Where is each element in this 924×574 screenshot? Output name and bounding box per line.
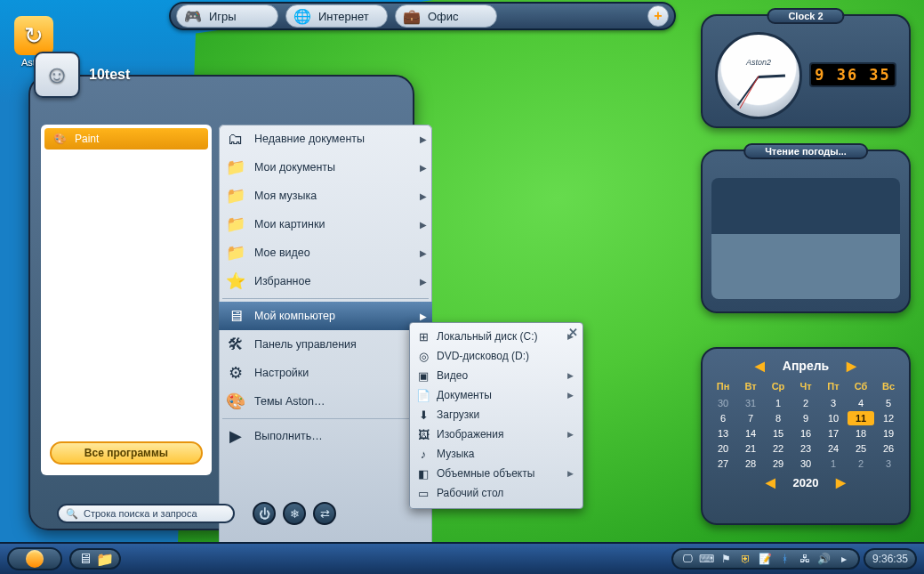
calendar-day[interactable]: 18 (848, 426, 874, 441)
clock-widget[interactable]: Clock 2 Aston2 9 36 35 (701, 14, 911, 128)
calendar-day[interactable]: 4 (848, 396, 874, 410)
calendar-day[interactable]: 23 (792, 441, 819, 456)
hour-hand (759, 74, 785, 78)
network-icon[interactable]: 🖧 (798, 552, 812, 566)
analog-clock: Aston2 (715, 32, 802, 119)
place-themes[interactable]: 🎨 Темы Aston… (219, 387, 432, 416)
submenu-item[interactable]: ▣Видео▶ (410, 366, 583, 385)
calendar-day[interactable]: 16 (792, 426, 819, 441)
note-icon[interactable]: 📝 (759, 552, 773, 566)
start-button[interactable] (7, 547, 62, 570)
launcher-games[interactable]: 🎮 Игры (176, 4, 278, 28)
calendar-grid: ПнВтСрЧтПтСбВс30311234567891011121314151… (703, 377, 909, 471)
bluetooth-icon[interactable]: ᚼ (778, 552, 792, 566)
chevron-right-icon: ▶ (567, 391, 574, 400)
calendar-day[interactable]: 29 (765, 457, 791, 471)
taskbar: 🖥 📁 🖵 ⌨ ⚑ ⛨ 📝 ᚼ 🖧 🔊 ▸ 9:36:35 (0, 542, 924, 574)
start-menu-search-input[interactable]: 🔍 Строка поиска и запроса (57, 504, 235, 523)
calendar-day[interactable]: 12 (875, 411, 902, 425)
flag-icon[interactable]: ⚑ (719, 552, 734, 566)
place-favorites[interactable]: ⭐ Избранное ▶ (219, 267, 432, 295)
calendar-day[interactable]: 1 (820, 457, 847, 471)
calendar-day[interactable]: 28 (737, 457, 764, 471)
next-month-button[interactable]: ▶ (847, 359, 856, 373)
calendar-day[interactable]: 31 (737, 396, 764, 410)
pinned-paint[interactable]: 🎨 Paint (44, 128, 208, 150)
calendar-widget[interactable]: ◀ Апрель ▶ ПнВтСрЧтПтСбВс303112345678910… (701, 347, 911, 525)
taskbar-clock[interactable]: 9:36:35 (864, 548, 917, 570)
place-run[interactable]: ▶ Выполнить… (219, 422, 432, 450)
next-year-button[interactable]: ▶ (836, 475, 846, 489)
calendar-day[interactable]: 2 (792, 396, 819, 410)
logoff-button[interactable]: ⇄ (313, 502, 336, 525)
launcher-office[interactable]: 💼 Офис (395, 4, 497, 28)
calendar-day[interactable]: 20 (710, 441, 736, 456)
folder-video-icon: 📁 (224, 241, 247, 264)
place-control-panel[interactable]: 🛠 Панель управления ▶ (219, 330, 432, 359)
submenu-item[interactable]: ⊞Локальный диск (C:)▶ (410, 327, 583, 346)
submenu-item[interactable]: ◎DVD-дисковод (D:) (410, 346, 583, 366)
place-my-pictures[interactable]: 📁 Мои картинки ▶ (219, 210, 432, 238)
calendar-day[interactable]: 30 (710, 396, 736, 410)
power-button[interactable]: ⏻ (253, 502, 276, 525)
calendar-day[interactable]: 14 (737, 426, 764, 441)
launcher-internet[interactable]: 🌐 Интернет (285, 4, 388, 28)
monitor-icon[interactable]: 🖵 (680, 552, 695, 566)
prev-year-button[interactable]: ◀ (766, 475, 775, 489)
all-programs-button[interactable]: Все программы (50, 441, 203, 465)
calendar-day[interactable]: 6 (710, 411, 736, 425)
calendar-day[interactable]: 10 (820, 411, 847, 425)
launcher-add-button[interactable]: + (647, 5, 669, 27)
calendar-day[interactable]: 30 (792, 457, 819, 471)
calendar-dow: Сб (848, 377, 874, 395)
themes-icon: 🎨 (224, 390, 247, 413)
submenu-item[interactable]: ▭Рабочий стол (410, 483, 583, 503)
calendar-day[interactable]: 7 (737, 411, 764, 425)
lock-button[interactable]: ❄ (283, 502, 306, 525)
calendar-day[interactable]: 24 (820, 441, 847, 456)
calendar-day[interactable]: 13 (710, 426, 736, 441)
close-icon[interactable]: ✕ (568, 326, 578, 339)
place-settings[interactable]: ⚙ Настройки ▶ (219, 359, 432, 387)
quick-launch[interactable]: 🖥 📁 (69, 548, 121, 570)
submenu-item[interactable]: 🖼Изображения▶ (410, 424, 583, 444)
chevron-right-icon: ▶ (420, 134, 427, 144)
submenu-item[interactable]: 📄Документы▶ (410, 385, 583, 405)
calendar-day[interactable]: 19 (875, 426, 902, 441)
taskbar-clock-text: 9:36:35 (872, 553, 908, 565)
place-my-computer[interactable]: 🖥 Мой компьютер ▶ (219, 302, 432, 330)
submenu-item[interactable]: ◧Объемные объекты▶ (410, 464, 583, 483)
keyboard-icon[interactable]: ⌨ (700, 552, 714, 566)
calendar-day[interactable]: 2 (848, 457, 874, 471)
calendar-day[interactable]: 11 (848, 411, 874, 425)
submenu-item[interactable]: ♪Музыка (410, 444, 583, 464)
explorer-quick-icon[interactable]: 📁 (98, 552, 112, 566)
calendar-day[interactable]: 8 (765, 411, 791, 425)
volume-icon[interactable]: 🔊 (817, 552, 832, 566)
desktop-quick-icon[interactable]: 🖥 (78, 552, 92, 566)
calendar-day[interactable]: 9 (792, 411, 819, 425)
calendar-day[interactable]: 22 (765, 441, 791, 456)
calendar-day[interactable]: 3 (820, 396, 847, 410)
place-recent-documents[interactable]: 🗂 Недавние документы ▶ (219, 125, 432, 153)
gamepad-icon: 🎮 (184, 7, 202, 25)
calendar-day[interactable]: 5 (875, 396, 902, 410)
calendar-day[interactable]: 15 (765, 426, 791, 441)
submenu-item[interactable]: ⬇Загрузки (410, 405, 583, 424)
calendar-day[interactable]: 26 (875, 441, 902, 456)
tray-expand-icon[interactable]: ▸ (837, 552, 851, 566)
shield-icon[interactable]: ⛨ (739, 552, 753, 566)
calendar-day[interactable]: 27 (710, 457, 736, 471)
calendar-day[interactable]: 1 (765, 396, 791, 410)
submenu-item-label: Видео (437, 369, 468, 382)
weather-widget[interactable]: Чтение погоды... (701, 150, 911, 313)
place-my-video[interactable]: 📁 Мое видео ▶ (219, 238, 432, 267)
avatar[interactable]: ☺ (34, 52, 80, 98)
calendar-day[interactable]: 21 (737, 441, 764, 456)
calendar-day[interactable]: 17 (820, 426, 847, 441)
calendar-day[interactable]: 25 (848, 441, 874, 456)
calendar-day[interactable]: 3 (875, 457, 902, 471)
place-my-music[interactable]: 📁 Моя музыка ▶ (219, 182, 432, 210)
place-my-documents[interactable]: 📁 Мои документы ▶ (219, 153, 432, 182)
prev-month-button[interactable]: ◀ (755, 359, 765, 373)
